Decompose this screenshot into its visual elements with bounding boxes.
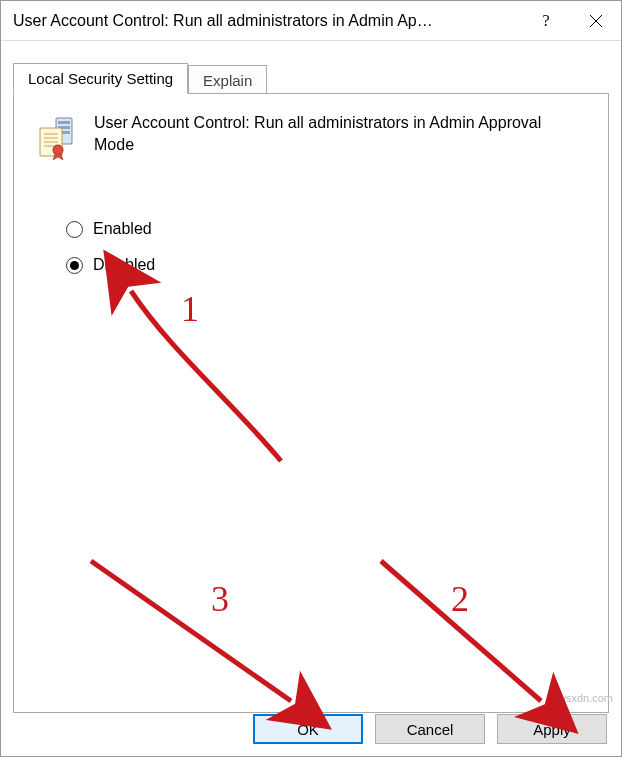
- window-title: User Account Control: Run all administra…: [13, 12, 521, 30]
- radio-disabled[interactable]: Disabled: [66, 256, 608, 274]
- tab-strip: Local Security Setting Explain: [1, 41, 621, 93]
- cancel-button[interactable]: Cancel: [375, 714, 485, 744]
- tab-panel: User Account Control: Run all administra…: [13, 93, 609, 713]
- ok-button[interactable]: OK: [253, 714, 363, 744]
- watermark: wsxdn.com: [558, 692, 613, 704]
- radio-disabled-label: Disabled: [93, 256, 155, 274]
- policy-icon: [34, 112, 78, 160]
- radio-icon-selected: [66, 257, 83, 274]
- close-button[interactable]: [571, 1, 621, 41]
- help-button[interactable]: ?: [521, 1, 571, 41]
- close-icon: [589, 14, 603, 28]
- policy-header: User Account Control: Run all administra…: [14, 94, 608, 170]
- titlebar: User Account Control: Run all administra…: [1, 1, 621, 41]
- radio-enabled[interactable]: Enabled: [66, 220, 608, 238]
- svg-rect-3: [58, 121, 70, 124]
- dialog-buttons: OK Cancel Apply: [253, 714, 607, 744]
- apply-button[interactable]: Apply: [497, 714, 607, 744]
- radio-icon-unselected: [66, 221, 83, 238]
- policy-title: User Account Control: Run all administra…: [94, 112, 574, 155]
- tab-local-security-setting[interactable]: Local Security Setting: [13, 63, 188, 94]
- radio-group: Enabled Disabled: [14, 170, 608, 274]
- svg-point-11: [53, 145, 63, 155]
- radio-enabled-label: Enabled: [93, 220, 152, 238]
- tab-explain[interactable]: Explain: [188, 65, 267, 95]
